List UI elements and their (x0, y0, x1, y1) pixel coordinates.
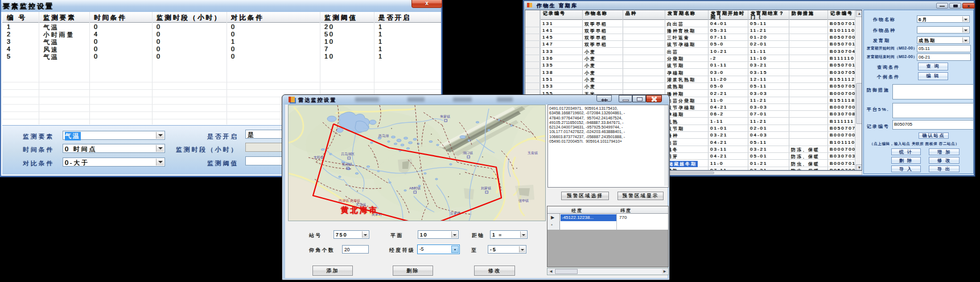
svg-text:西马湖: 西马湖 (378, 134, 389, 138)
svg-text:朱家镇: 朱家镇 (440, 114, 450, 118)
svg-text:玉泉镇: 玉泉镇 (528, 151, 538, 155)
svg-text:吕马湖区: 吕马湖区 (341, 152, 355, 156)
svg-text:黄北海市: 黄北海市 (340, 206, 378, 214)
svg-text:张中镇: 张中镇 (518, 199, 529, 203)
svg-text:西津镇 吴海镇: 西津镇 吴海镇 (339, 199, 360, 203)
svg-text:湖口镇: 湖口镇 (463, 151, 473, 155)
svg-text:芜湖镇: 芜湖镇 (342, 163, 352, 167)
svg-text:大旺镇: 大旺镇 (314, 155, 324, 159)
svg-text:刘家镇: 刘家镇 (481, 186, 491, 190)
svg-text:AB村镇: AB村镇 (409, 186, 421, 190)
